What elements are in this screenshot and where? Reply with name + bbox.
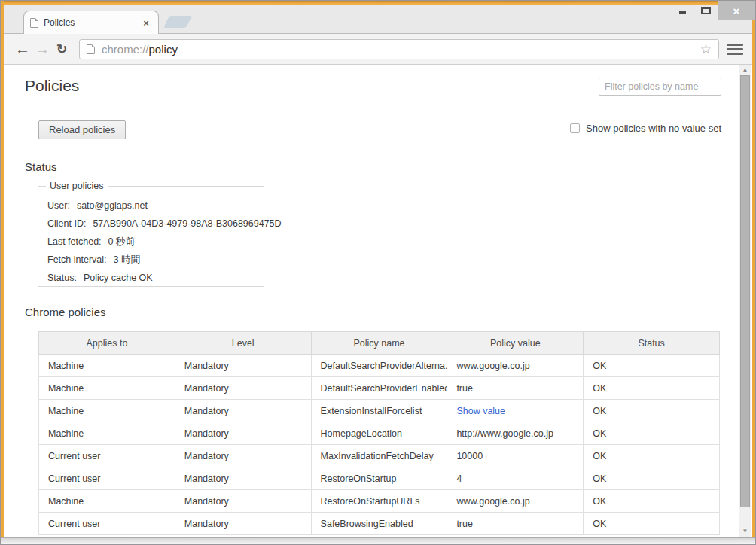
page-title: Policies (25, 77, 79, 95)
cell-level: Mandatory (175, 490, 311, 513)
table-row: Machine Mandatory DefaultSearchProviderA… (39, 355, 720, 377)
forward-icon[interactable]: → (32, 41, 52, 56)
vertical-scrollbar[interactable]: ▲ ▼ (739, 65, 751, 537)
cell-level: Mandatory (175, 400, 311, 422)
table-header-row: Applies toLevelPolicy namePolicy valueSt… (39, 332, 720, 355)
chrome-policies-heading: Chrome policies (25, 306, 106, 318)
close-button[interactable]: × (718, 1, 755, 20)
user-policies-fieldset: User policies User:sato@gglaps.net Clien… (38, 186, 264, 287)
cell-policy-name: ExtensionInstallForcelist (311, 400, 447, 422)
cell-policy-value: www.google.co.jp (447, 490, 584, 513)
cell-status: OK (584, 445, 720, 467)
page-content: Policies Reload policies Show policies w… (4, 65, 752, 537)
cell-policy-value: http://www.google.co.jp (447, 422, 584, 445)
policy-page: Policies Reload policies Show policies w… (4, 65, 752, 537)
url-text: chrome://policy (102, 43, 178, 56)
cell-status: OK (584, 355, 720, 377)
table-row: Machine Mandatory HomepageLocation http:… (39, 422, 720, 445)
table-row: Current user Mandatory SafeBrowsingEnabl… (39, 513, 720, 535)
title-divider (14, 102, 730, 102)
column-header: Status (584, 332, 720, 355)
column-header: Policy value (447, 332, 584, 355)
address-bar[interactable]: chrome://policy ☆ (79, 39, 719, 59)
reload-policies-button[interactable]: Reload policies (38, 120, 126, 139)
maximize-button[interactable] (694, 1, 718, 17)
table-row: Current user Mandatory RestoreOnStartup … (39, 467, 720, 490)
cell-status: OK (584, 400, 720, 422)
cell-policy-value: www.google.co.jp (447, 355, 584, 377)
window-controls: × (671, 1, 755, 20)
tab-title: Policies (44, 17, 140, 28)
show-unset-policies-row: Show policies with no value set (570, 123, 721, 134)
menu-icon[interactable] (727, 44, 743, 55)
url-scheme: chrome:// (102, 43, 149, 56)
new-tab-button[interactable] (163, 16, 192, 28)
window-frame-top (1, 1, 755, 5)
show-unset-label: Show policies with no value set (586, 123, 721, 134)
window-frame-left (1, 1, 4, 537)
cell-level: Mandatory (175, 355, 311, 377)
close-icon: × (733, 5, 740, 17)
table-row: Machine Mandatory DefaultSearchProviderE… (39, 377, 720, 400)
field-label: Status: (47, 272, 77, 283)
status-field: User:sato@gglaps.net (47, 196, 264, 215)
cell-status: OK (584, 422, 720, 445)
table-row: Machine Mandatory RestoreOnStartupURLs w… (39, 490, 720, 513)
window-frame-bottom (1, 537, 755, 544)
tab-close-icon[interactable]: × (140, 17, 152, 29)
user-policies-legend: User policies (46, 181, 108, 191)
cell-policy-value: Show value (447, 400, 584, 422)
cell-policy-name: SafeBrowsingEnabled (311, 513, 447, 535)
scroll-up-icon[interactable]: ▲ (739, 65, 751, 75)
cell-policy-value: true (447, 513, 584, 535)
cell-policy-name: RestoreOnStartupURLs (311, 490, 447, 513)
cell-level: Mandatory (175, 377, 311, 400)
show-unset-checkbox[interactable] (570, 123, 580, 133)
policies-table: Applies toLevelPolicy namePolicy valueSt… (38, 331, 720, 535)
cell-policy-value: 10000 (447, 445, 584, 467)
scrollbar-thumb[interactable] (740, 75, 750, 507)
field-value: sato@gglaps.net (77, 200, 148, 211)
filter-policies-input[interactable] (599, 78, 721, 96)
cell-policy-value: true (447, 377, 584, 400)
status-fields: User:sato@gglaps.net Client ID:57AB990A-… (47, 196, 264, 287)
cell-level: Mandatory (175, 467, 311, 490)
policy-value-text: http://www.google.co.jp (456, 428, 553, 439)
policy-value-text: 4 (456, 473, 462, 484)
cell-applies-to: Current user (39, 467, 175, 490)
cell-status: OK (584, 467, 720, 490)
policy-value-text: www.google.co.jp (456, 496, 529, 507)
reload-icon[interactable]: ↻ (52, 43, 72, 56)
scroll-down-icon[interactable]: ▼ (739, 527, 751, 536)
browser-window: × Policies × ← → ↻ chrome://policy ☆ Pol… (0, 0, 756, 545)
cell-policy-name: DefaultSearchProviderAlterna... (311, 355, 447, 377)
window-frame-right (752, 1, 755, 537)
cell-applies-to: Current user (39, 513, 175, 535)
field-label: Client ID: (47, 218, 86, 229)
minimize-button[interactable] (671, 1, 694, 17)
cell-policy-name: DefaultSearchProviderEnabled (311, 377, 447, 400)
minimize-icon (679, 11, 686, 14)
cell-applies-to: Machine (39, 490, 175, 513)
column-header: Applies to (39, 332, 175, 355)
cell-level: Mandatory (175, 445, 311, 467)
field-label: User: (47, 200, 70, 211)
page-favicon-icon (30, 18, 38, 28)
back-icon[interactable]: ← (13, 41, 32, 56)
cell-applies-to: Machine (39, 422, 175, 445)
column-header: Level (175, 332, 311, 355)
field-value: Policy cache OK (84, 272, 153, 283)
show-value-link[interactable]: Show value (456, 406, 505, 416)
cell-applies-to: Current user (39, 445, 175, 467)
cell-status: OK (584, 490, 720, 513)
bookmark-star-icon[interactable]: ☆ (700, 43, 712, 56)
policy-value-text: true (456, 519, 473, 529)
cell-status: OK (584, 513, 720, 535)
cell-level: Mandatory (175, 422, 311, 445)
table-row: Machine Mandatory ExtensionInstallForcel… (39, 400, 720, 422)
field-value: 3 時間 (114, 254, 140, 265)
maximize-icon (701, 7, 711, 14)
table-body: Machine Mandatory DefaultSearchProviderA… (39, 355, 720, 535)
cell-level: Mandatory (175, 513, 311, 535)
tab-policies[interactable]: Policies × (23, 11, 159, 34)
